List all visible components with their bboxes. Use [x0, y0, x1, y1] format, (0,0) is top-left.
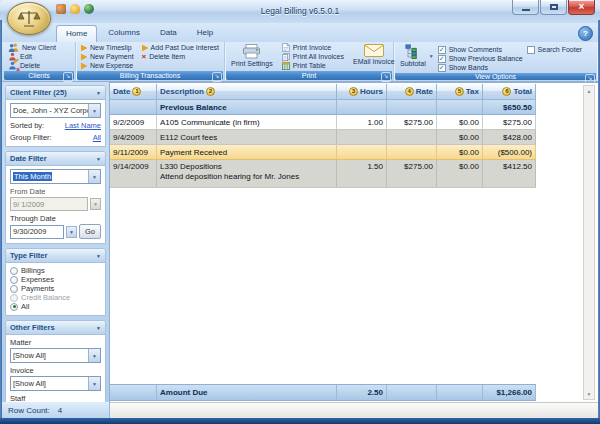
invoice-select[interactable]: [Show All] ▼ — [10, 376, 101, 391]
maximize-icon — [550, 4, 558, 10]
chevron-down-icon: ▼ — [96, 156, 101, 162]
help-button[interactable]: ? — [578, 26, 593, 41]
email-invoice-button[interactable]: EMail Invoice — [350, 43, 398, 70]
dialog-launcher-icon[interactable]: ↘ — [212, 72, 222, 82]
horizontal-scrollbar-track[interactable] — [110, 402, 598, 418]
table-row[interactable]: 9/4/2009 E112 Court fees $0.00 $428.00 — [110, 130, 536, 145]
cell-description: A105 Communicate (in firm) — [157, 115, 337, 129]
tab-columns[interactable]: Columns — [99, 25, 149, 42]
column-badge-icon: 6 — [502, 87, 511, 96]
column-header-total[interactable]: 6Total — [483, 84, 536, 99]
new-payment-button[interactable]: New Payment — [79, 52, 136, 61]
matter-select[interactable]: [Show All] ▼ — [10, 348, 101, 363]
previous-balance-row: Previous Balance $650.50 — [110, 100, 536, 115]
delete-icon: × — [8, 61, 17, 71]
through-date-picker-button[interactable]: ▼ — [66, 226, 77, 238]
table-icon — [282, 62, 290, 70]
page-icon — [282, 43, 290, 52]
show-previous-balance-checkbox[interactable]: ✓Show Previous Balance — [438, 54, 523, 63]
cell-date: 9/2/2009 — [110, 115, 157, 129]
print-settings-button[interactable]: Print Settings — [228, 43, 276, 70]
type-filter-header[interactable]: Type Filter ▼ — [6, 249, 105, 263]
from-date-field[interactable]: 9/ 1/2009 — [10, 197, 88, 211]
cell-tax — [437, 385, 483, 400]
qat-icon-2[interactable] — [70, 4, 80, 14]
close-button[interactable]: × — [568, 0, 595, 15]
invoice-label: Invoice — [10, 366, 101, 375]
through-date-field[interactable]: 9/30/2009 — [10, 225, 64, 239]
table-row[interactable]: 9/2/2009 A105 Communicate (in firm) 1.00… — [110, 115, 536, 130]
print-table-button[interactable]: Print Table — [280, 61, 346, 70]
column-header-tax[interactable]: 5Tax — [437, 84, 483, 99]
date-range-select[interactable]: This Month ▼ — [10, 169, 101, 184]
table-row[interactable]: 9/14/2009 L330 Depositions Attend deposi… — [110, 160, 536, 188]
app-menu-button[interactable] — [7, 2, 51, 35]
client-filter-header[interactable]: Client Filter (25) ▼ — [6, 86, 105, 100]
search-footer-checkbox[interactable]: Search Footer — [527, 45, 582, 54]
ribbon-group-view-options: Subtotal ▼ ✓Show Comments ✓Show Previous… — [394, 42, 597, 81]
tab-data[interactable]: Data — [151, 25, 186, 42]
dialog-launcher-icon[interactable]: ↘ — [381, 72, 391, 82]
column-header-hours[interactable]: 3Hours — [337, 84, 387, 99]
from-date-label: From Date — [10, 187, 101, 196]
window-frame — [0, 20, 2, 424]
column-header-rate[interactable]: 4Rate — [387, 84, 437, 99]
cell-total: $650.50 — [483, 100, 536, 114]
radio-disabled-icon — [10, 294, 18, 302]
tab-help[interactable]: Help — [188, 25, 222, 42]
checkbox-unchecked-icon — [527, 46, 535, 54]
globe-icon[interactable] — [84, 4, 94, 14]
cell-rate: $275.00 — [387, 115, 437, 129]
tab-home[interactable]: Home — [56, 25, 97, 42]
delete-client-button[interactable]: × Delete — [6, 61, 58, 70]
maximize-button[interactable] — [540, 0, 567, 15]
ribbon: New Client Edit × Delete Clients ↘ — [2, 42, 598, 82]
cell-tax: $0.00 — [437, 160, 483, 187]
cell-date: 9/11/2009 — [110, 145, 157, 159]
delete-item-button[interactable]: ×Delete Item — [140, 52, 221, 61]
new-expense-button[interactable]: New Expense — [79, 61, 136, 70]
new-timeslip-button[interactable]: New Timeslip — [79, 43, 136, 52]
add-past-due-interest-button[interactable]: Add Past Due Interest — [140, 43, 221, 52]
type-radio-payments[interactable]: Payments — [10, 284, 101, 293]
column-header-description[interactable]: Description2 — [157, 84, 337, 99]
type-radio-billings[interactable]: Billings — [10, 266, 101, 275]
subtotal-icon — [405, 44, 420, 59]
scroll-up-icon[interactable]: ▲ — [587, 86, 592, 96]
minimize-button[interactable] — [512, 0, 539, 15]
chevron-down-icon[interactable]: ▼ — [429, 53, 434, 59]
cell-description: Previous Balance — [157, 100, 337, 114]
client-select[interactable]: Doe, John - XYZ Corporation ▼ — [10, 103, 101, 118]
cell-tax: $0.00 — [437, 115, 483, 129]
cell-hours — [337, 145, 387, 159]
printer-icon — [242, 44, 262, 59]
cell-total: $428.00 — [483, 130, 536, 144]
scroll-down-icon[interactable]: ▼ — [587, 389, 592, 399]
subtotal-button[interactable]: Subtotal — [397, 43, 429, 67]
billing-group-caption: Billing Transactions ↘ — [77, 71, 223, 80]
vertical-scrollbar[interactable]: ▲ ▼ — [583, 85, 595, 400]
ribbon-tabs: Home Columns Data Help — [56, 25, 222, 42]
dialog-launcher-icon[interactable]: ↘ — [63, 72, 73, 82]
column-header-date[interactable]: Date1 — [110, 84, 157, 99]
type-radio-expenses[interactable]: Expenses — [10, 275, 101, 284]
type-radio-all[interactable]: All — [10, 302, 101, 311]
go-button[interactable]: Go — [79, 224, 101, 239]
clients-group-caption: Clients ↘ — [4, 71, 74, 80]
from-date-picker-button[interactable]: ▼ — [90, 198, 101, 210]
show-comments-checkbox[interactable]: ✓Show Comments — [438, 45, 523, 54]
pages-icon — [282, 53, 290, 61]
print-all-invoices-button[interactable]: Print All Invoices — [280, 52, 346, 61]
group-filter-link[interactable]: All — [93, 133, 101, 142]
sorted-by-link[interactable]: Last Name — [65, 121, 101, 130]
table-row-payment[interactable]: 9/11/2009 Payment Received $0.00 ($500.0… — [110, 145, 536, 160]
date-filter-header[interactable]: Date Filter ▼ — [6, 152, 105, 166]
window-frame — [0, 418, 600, 424]
qat-icon-1[interactable] — [56, 4, 66, 14]
chevron-down-icon: ▼ — [88, 349, 100, 362]
show-bands-checkbox[interactable]: ✓Show Bands — [438, 63, 523, 72]
description-text: L330 Depositions — [160, 162, 222, 171]
other-filters-header[interactable]: Other Filters ▼ — [6, 321, 105, 335]
cell-tax: $0.00 — [437, 145, 483, 159]
print-invoice-button[interactable]: Print Invoice — [280, 43, 346, 52]
